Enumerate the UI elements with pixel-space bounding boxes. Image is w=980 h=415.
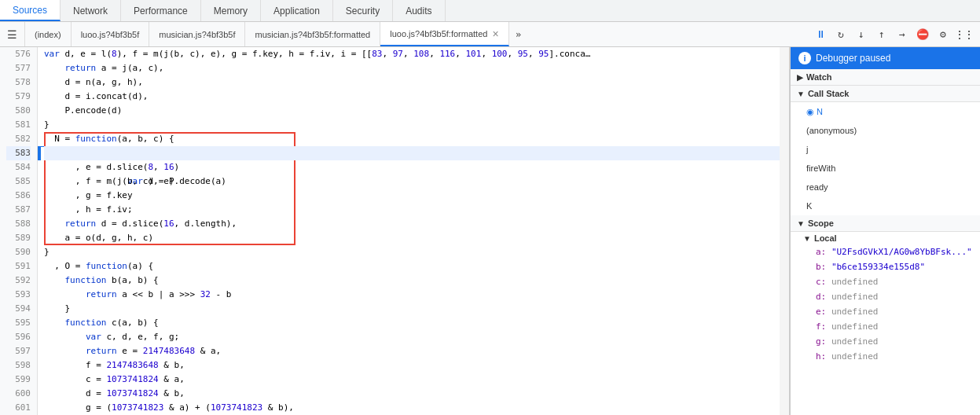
var-name-f: f: (816, 321, 826, 332)
scope-content: ▼ Local a: "U2FsdGVkX1/AG0w8YbBFsk..." b… (791, 232, 980, 364)
step-into-button[interactable]: ↓ (853, 26, 870, 43)
line-number: 595 (6, 316, 31, 330)
local-chevron-icon: ▼ (803, 234, 811, 243)
code-line: var c, d, e, f, g; (44, 330, 780, 344)
close-tab-icon[interactable]: × (492, 28, 498, 39)
code-line: d = 1073741824 & b, (44, 387, 780, 401)
line-number: 590 (6, 245, 31, 259)
line-number: 577 (6, 61, 31, 75)
watch-section-header[interactable]: ▶ Watch (791, 69, 980, 86)
code-line: d = i.concat(d), (44, 90, 780, 104)
line-number: 600 (6, 387, 31, 401)
var-name-e: e: (816, 307, 826, 317)
scope-var-b: b: "b6ce159334e155d8" (791, 259, 980, 274)
stack-item-ready[interactable]: ready (791, 178, 980, 196)
file-tab-luoo-formatted[interactable]: luoo.js?4bf3b5f:formatted × (380, 22, 508, 46)
callstack-section-header[interactable]: ▼ Call Stack (791, 86, 980, 102)
scrollbar[interactable] (780, 47, 789, 415)
var-name-g: g: (816, 336, 826, 347)
step-over-button[interactable]: ↻ (832, 26, 850, 43)
watch-label: Watch (806, 72, 832, 82)
right-panel: i Debugger paused ▶ Watch ▼ Call Stack N… (790, 47, 980, 415)
code-line: } (44, 245, 780, 259)
tab-security[interactable]: Security (333, 0, 393, 21)
tab-application[interactable]: Application (261, 0, 333, 21)
line-number: 587 (6, 203, 31, 217)
code-panel: 576 577 578 579 580 581 582 583 584 585 … (0, 47, 790, 415)
panel-toggle[interactable]: ⋮⋮ (955, 29, 974, 40)
line-number: 581 (6, 118, 31, 132)
file-tab-label: luoo.js?4bf3b5f:formatted (390, 29, 487, 39)
var-name-b: b: (816, 262, 826, 272)
sidebar-toggle[interactable]: ☰ (0, 22, 25, 46)
line-number: 594 (6, 302, 31, 316)
stack-item-j[interactable]: j (791, 140, 980, 159)
tab-network[interactable]: Network (61, 0, 121, 21)
line-number: 584 (6, 160, 31, 174)
info-icon: i (798, 52, 811, 64)
file-tab-luoo[interactable]: luoo.js?4bf3b5f (72, 22, 150, 46)
code-lines[interactable]: var d, e = l(8), f = m(j(b, c), e), g = … (38, 47, 780, 415)
step-button[interactable]: → (894, 26, 911, 43)
tab-memory[interactable]: Memory (201, 0, 261, 21)
pause-button[interactable]: ⏸ (812, 26, 829, 43)
scope-chevron-icon: ▼ (797, 219, 805, 228)
code-line: var d, e = l(8), f = m(j(b, c), e), g = … (44, 47, 780, 61)
code-line: N = function(a, b, c) { (44, 132, 780, 146)
var-value-d: undefined (831, 292, 879, 302)
tab-audits[interactable]: Audits (393, 0, 445, 21)
scope-var-d: d: undefined (791, 289, 980, 304)
line-number: 588 (6, 217, 31, 231)
top-tab-bar: Sources Network Performance Memory Appli… (0, 0, 980, 22)
var-name-a: a: (816, 247, 826, 257)
code-line: return a = j(a, c), (44, 61, 780, 75)
code-line: , O = function(a) { (44, 259, 780, 274)
code-line-active: var d = P.decode(a) (44, 146, 780, 160)
var-value-c: undefined (831, 277, 879, 287)
callstack-label: Call Stack (808, 89, 850, 98)
step-out-button[interactable]: ↑ (873, 26, 890, 43)
scope-var-e: e: undefined (791, 304, 980, 319)
line-number: 597 (6, 344, 31, 358)
stack-item-anonymous[interactable]: (anonymous) (791, 121, 980, 140)
code-line: function c(a, b) { (44, 316, 780, 330)
callstack-content: N (anonymous) j fireWith ready K (791, 102, 980, 215)
tab-performance[interactable]: Performance (121, 0, 201, 21)
line-number: 585 (6, 174, 31, 189)
callstack-chevron-icon: ▼ (797, 90, 805, 98)
tab-sources[interactable]: Sources (0, 0, 61, 21)
code-line: c = 1073741824 & a, (44, 373, 780, 387)
var-value-a: "U2FsdGVkX1/AG0w8YbBFsk..." (831, 247, 972, 257)
file-tab-label: musician.js?4bf3b5f:formatted (255, 30, 370, 39)
settings-button[interactable]: ⚙ (934, 26, 952, 43)
code-line: return e = 2147483648 & a, (44, 344, 780, 358)
file-tab-actions: ⏸ ↻ ↓ ↑ → ⛔ ⚙ ⋮⋮ (806, 22, 980, 46)
code-line: function b(a, b) { (44, 274, 780, 288)
var-name-h: h: (816, 351, 826, 362)
scope-var-f: f: undefined (791, 319, 980, 334)
deactivate-breakpoints-button[interactable]: ⛔ (914, 26, 931, 43)
scope-section-header[interactable]: ▼ Scope (791, 215, 980, 232)
line-number: 583 (6, 146, 31, 160)
line-number: 599 (6, 373, 31, 387)
stack-item-K[interactable]: K (791, 196, 980, 215)
code-line: a = o(d, g, h, c) (44, 231, 780, 245)
file-tab-label: luoo.js?4bf3b5f (81, 30, 140, 39)
code-line: return d = d.slice(16, d.length), (44, 217, 780, 231)
line-number: 579 (6, 90, 31, 104)
file-tab-index[interactable]: (index) (25, 22, 72, 46)
code-line: , h = f.iv; (44, 203, 780, 217)
file-tab-musician[interactable]: musician.js?4bf3b5f (149, 22, 245, 46)
watch-chevron-icon: ▶ (797, 73, 803, 82)
more-tabs-button[interactable]: » (509, 22, 528, 46)
var-name-c: c: (816, 277, 826, 287)
file-tab-musician-formatted[interactable]: musician.js?4bf3b5f:formatted (245, 22, 380, 46)
line-number: 601 (6, 401, 31, 415)
stack-item-fireWith[interactable]: fireWith (791, 159, 980, 178)
local-scope-header[interactable]: ▼ Local (791, 232, 980, 244)
main-content: 576 577 578 579 580 581 582 583 584 585 … (0, 47, 980, 415)
stack-item-N[interactable]: N (791, 102, 980, 121)
var-value-f: undefined (831, 321, 879, 332)
scope-var-h: h: undefined (791, 349, 980, 364)
line-number: 578 (6, 75, 31, 90)
